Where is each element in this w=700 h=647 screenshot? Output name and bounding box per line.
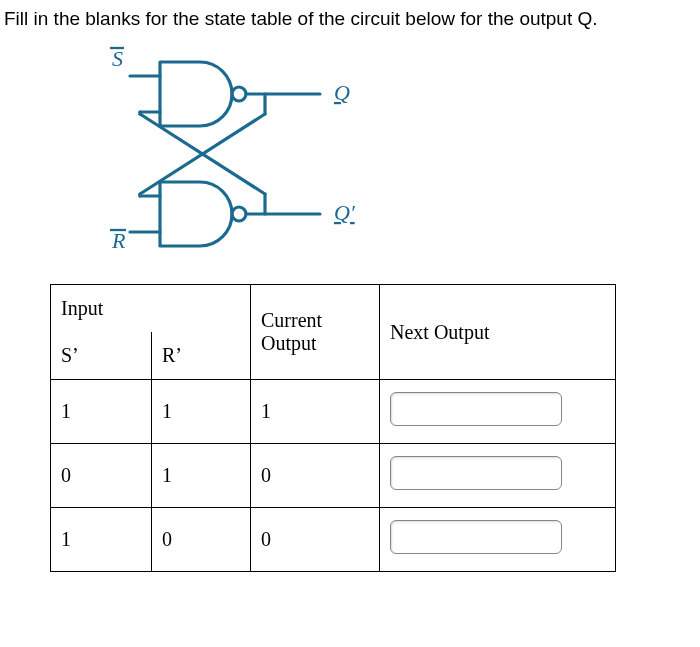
cell-next <box>380 444 616 508</box>
cell-s: 0 <box>51 444 152 508</box>
label-q-prime: Q′ <box>334 200 356 225</box>
cell-r: 1 <box>152 380 251 444</box>
cell-current: 1 <box>251 380 380 444</box>
label-r-bar: R <box>111 228 126 253</box>
cell-next <box>380 380 616 444</box>
table-row: 1 0 0 <box>51 508 616 572</box>
cell-current: 0 <box>251 508 380 572</box>
cell-s: 1 <box>51 380 152 444</box>
question-text: Fill in the blanks for the state table o… <box>0 0 700 30</box>
label-s-bar: S <box>112 46 123 71</box>
cell-r: 0 <box>152 508 251 572</box>
table-row: 1 1 1 <box>51 380 616 444</box>
header-input: Input <box>51 285 251 333</box>
table-row: 0 1 0 <box>51 444 616 508</box>
cell-next <box>380 508 616 572</box>
header-next-output: Next Output <box>380 285 616 380</box>
circuit-diagram: S R Q Q′ <box>90 44 370 264</box>
cell-current: 0 <box>251 444 380 508</box>
header-current-output: Current Output <box>251 285 380 380</box>
label-q: Q <box>334 80 350 105</box>
answer-field[interactable] <box>390 456 562 490</box>
header-s-prime: S’ <box>51 332 152 380</box>
state-table: Input Current Output Next Output S’ R’ 1… <box>50 284 616 572</box>
svg-point-0 <box>232 87 246 101</box>
answer-field[interactable] <box>390 520 562 554</box>
answer-field[interactable] <box>390 392 562 426</box>
cell-r: 1 <box>152 444 251 508</box>
cell-s: 1 <box>51 508 152 572</box>
header-r-prime: R’ <box>152 332 251 380</box>
svg-point-1 <box>232 207 246 221</box>
